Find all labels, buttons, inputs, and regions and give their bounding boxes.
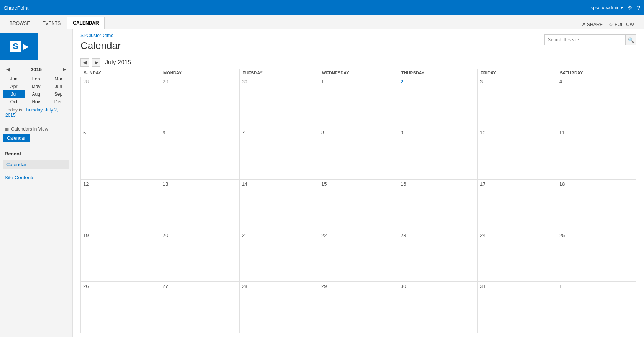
top-bar: SharePoint spsetupadmin ▾ ⚙ ? [0, 0, 644, 15]
cal-cell-w1d1[interactable]: 6 [160, 128, 240, 180]
cal-cell-w4d0[interactable]: 26 [81, 282, 160, 333]
day-number: 8 [321, 130, 324, 136]
follow-button[interactable]: ☆ FOLLOW [609, 22, 634, 27]
cal-cell-w0d0[interactable]: 28 [81, 77, 160, 128]
cal-cell-w4d1[interactable]: 27 [160, 282, 240, 333]
day-number: 28 [83, 79, 89, 85]
day-number: 20 [163, 232, 168, 238]
calendars-section: ▦ Calendars in View Calendar [0, 121, 72, 146]
day-number: 28 [242, 283, 247, 289]
month-oct[interactable]: Oct [3, 98, 25, 106]
follow-icon: ☆ [609, 22, 613, 27]
month-dec[interactable]: Dec [48, 98, 69, 106]
cal-cell-w0d3[interactable]: 1 [319, 77, 398, 128]
tab-calendar[interactable]: CALENDAR [67, 17, 104, 29]
cal-cell-w2d3[interactable]: 15 [319, 179, 398, 231]
cal-cell-w4d4[interactable]: 30 [398, 282, 478, 333]
main-layout: S ▶ ◀ 2015 ▶ Jan Feb Mar Apr May Jun [0, 29, 644, 337]
month-sep[interactable]: Sep [48, 90, 69, 98]
cal-cell-w1d0[interactable]: 5 [81, 128, 160, 180]
cal-cell-w3d4[interactable]: 23 [398, 231, 478, 282]
month-nov[interactable]: Nov [25, 98, 48, 106]
tab-browse[interactable]: BROWSE [4, 17, 36, 29]
recent-calendar[interactable]: Calendar [3, 160, 69, 169]
today-text: Today is Thursday, July 2, 2015 [3, 106, 69, 119]
month-jan[interactable]: Jan [3, 75, 25, 83]
col-saturday: SATURDAY [557, 69, 636, 77]
month-may[interactable]: May [25, 83, 48, 90]
cal-cell-w3d1[interactable]: 20 [160, 231, 240, 282]
day-number: 23 [401, 232, 406, 238]
cal-cell-w1d2[interactable]: 7 [240, 128, 319, 180]
cal-cell-w1d6[interactable]: 11 [557, 128, 636, 180]
cal-cell-w0d4[interactable]: 2 [398, 77, 478, 128]
mini-cal-header: ◀ 2015 ▶ [3, 65, 69, 74]
page-title: Calendar [80, 40, 121, 52]
cal-cell-w0d6[interactable]: 4 [557, 77, 636, 128]
cal-cell-w2d0[interactable]: 12 [81, 179, 160, 231]
cal-cell-w1d4[interactable]: 9 [398, 128, 478, 180]
share-button[interactable]: ↗ SHARE [582, 22, 603, 27]
cal-cell-w0d5[interactable]: 3 [478, 77, 557, 128]
cal-cell-w0d1[interactable]: 29 [160, 77, 240, 128]
cal-cell-w2d5[interactable]: 17 [478, 179, 557, 231]
month-jul[interactable]: Jul [3, 90, 25, 98]
col-sunday: SUNDAY [81, 69, 160, 77]
day-number: 3 [480, 79, 483, 85]
cal-cell-w1d5[interactable]: 10 [478, 128, 557, 180]
month-feb[interactable]: Feb [25, 75, 48, 83]
search-input[interactable] [545, 36, 625, 44]
user-menu[interactable]: spsetupadmin ▾ [591, 5, 623, 10]
month-jun[interactable]: Jun [48, 83, 69, 90]
cal-cell-w3d5[interactable]: 24 [478, 231, 557, 282]
cal-cell-w0d2[interactable]: 30 [240, 77, 319, 128]
cal-cell-w1d3[interactable]: 8 [319, 128, 398, 180]
day-number: 18 [559, 181, 565, 187]
cal-month-title: July 2015 [105, 59, 131, 66]
mini-cal-next[interactable]: ▶ [61, 66, 68, 73]
settings-icon[interactable]: ⚙ [628, 5, 632, 11]
cal-cell-w2d4[interactable]: 16 [398, 179, 478, 231]
calendar-grid: SUNDAY MONDAY TUESDAY WEDNESDAY THURSDAY… [73, 69, 644, 337]
day-number: 19 [83, 232, 89, 238]
logo-area[interactable]: S ▶ [0, 33, 38, 60]
cal-cell-w3d3[interactable]: 22 [319, 231, 398, 282]
logo-arrow: ▶ [23, 42, 29, 51]
mini-cal-year: 2015 [31, 67, 42, 72]
calendar-week-3: 19202122232425 [81, 231, 636, 282]
month-mar[interactable]: Mar [48, 75, 69, 83]
calendar-week-0: 2829301234 [81, 77, 636, 128]
cal-next-button[interactable]: ▶ [92, 58, 100, 67]
mini-calendar: ◀ 2015 ▶ Jan Feb Mar Apr May Jun Jul Aug [0, 64, 72, 121]
calendar-week-4: 2627282930311 [81, 282, 636, 333]
top-bar-right: spsetupadmin ▾ ⚙ ? [591, 5, 640, 11]
cal-cell-w4d6[interactable]: 1 [557, 282, 636, 333]
cal-grid-icon: ▦ [5, 126, 9, 132]
col-monday: MONDAY [160, 69, 240, 77]
calendar-week-2: 12131415161718 [81, 179, 636, 231]
cal-cell-w3d2[interactable]: 21 [240, 231, 319, 282]
search-button[interactable]: 🔍 [625, 35, 636, 45]
help-icon[interactable]: ? [637, 5, 640, 11]
day-number: 1 [321, 79, 324, 85]
cal-cell-w3d6[interactable]: 25 [557, 231, 636, 282]
cal-cell-w4d3[interactable]: 29 [319, 282, 398, 333]
cal-cell-w3d0[interactable]: 19 [81, 231, 160, 282]
cal-cell-w2d2[interactable]: 14 [240, 179, 319, 231]
breadcrumb[interactable]: SPClusterDemo [80, 33, 121, 38]
cal-cell-w2d6[interactable]: 18 [557, 179, 636, 231]
month-apr[interactable]: Apr [3, 83, 25, 90]
cal-cell-w4d5[interactable]: 31 [478, 282, 557, 333]
content-area: SPClusterDemo Calendar 🔍 ◀ ▶ July 2015 S… [73, 29, 644, 337]
day-number: 30 [242, 79, 247, 85]
cal-cell-w4d2[interactable]: 28 [240, 282, 319, 333]
month-aug[interactable]: Aug [25, 90, 48, 98]
tab-events[interactable]: EVENTS [36, 17, 66, 29]
mini-cal-prev[interactable]: ◀ [5, 66, 11, 73]
calendar-view-button[interactable]: Calendar [3, 134, 30, 142]
cal-prev-button[interactable]: ◀ [80, 58, 89, 67]
site-contents[interactable]: Site Contents [0, 172, 72, 183]
cal-cell-w2d1[interactable]: 13 [160, 179, 240, 231]
day-number: 7 [242, 130, 245, 136]
day-number: 15 [321, 181, 327, 187]
